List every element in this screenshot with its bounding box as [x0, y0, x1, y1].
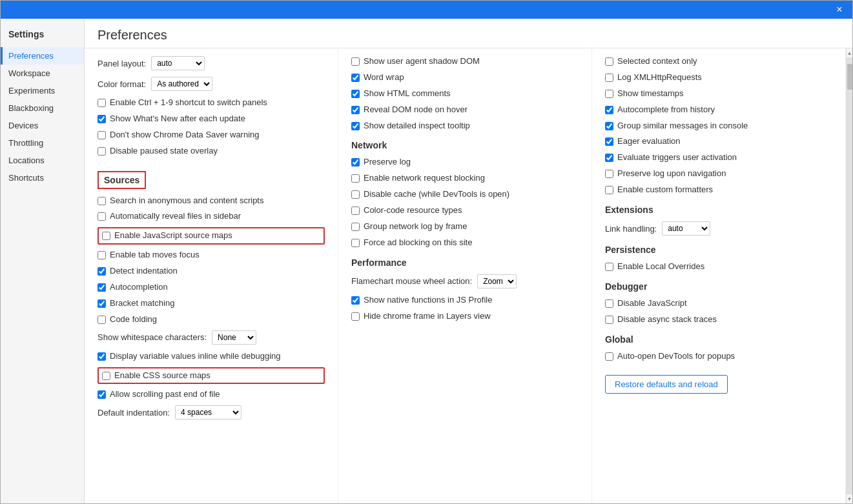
settings-col-2: Show user agent shadow DOM Word wrap Sho… [338, 48, 592, 503]
network-section-title: Network [351, 140, 579, 150]
link-handling-label: Link handling: [605, 224, 657, 234]
blockrequests-label: Enable network request blocking [364, 173, 485, 184]
flamechart-select[interactable]: Zoom Scroll [477, 274, 517, 288]
disableasync-checkbox[interactable] [605, 316, 613, 324]
nativefuncs-label: Show native functions in JS Profile [364, 295, 492, 306]
anon-checkbox[interactable] [98, 197, 106, 205]
reveal-checkbox[interactable] [98, 212, 106, 221]
eagerevaluation-checkbox[interactable] [605, 137, 613, 146]
nativefuncs-checkbox[interactable] [351, 296, 360, 305]
datasaver-checkbox[interactable] [98, 131, 106, 139]
sidebar-item-blackboxing[interactable]: Blackboxing [1, 99, 84, 117]
sidebar-item-preferences[interactable]: Preferences [1, 47, 84, 65]
evaltriggers-checkbox[interactable] [605, 154, 613, 162]
ctrl19-row: Enable Ctrl + 1-9 shortcut to switch pan… [98, 97, 325, 108]
scrollbar-thumb[interactable] [847, 64, 852, 90]
scrollbar-up-arrow[interactable]: ▲ [847, 48, 853, 57]
revealdom-checkbox[interactable] [351, 106, 360, 114]
settings-col-1: Panel layout: auto horizontal vertical C… [85, 48, 338, 503]
preservenav-label: Preserve log upon navigation [617, 168, 726, 179]
ctrl19-checkbox[interactable] [98, 99, 106, 107]
blockrequests-checkbox[interactable] [351, 174, 360, 183]
global-section-title: Global [605, 334, 832, 345]
scrollbar-down-arrow[interactable]: ▼ [847, 494, 853, 503]
indent-label: Detect indentation [110, 266, 178, 277]
panel-layout-select[interactable]: auto horizontal vertical [151, 56, 205, 70]
whitespace-row: Show whitespace characters: None All Tra… [98, 330, 325, 345]
sidebar-item-locations[interactable]: Locations [1, 152, 84, 169]
forcead-checkbox[interactable] [351, 239, 360, 247]
color-format-label: Color format: [98, 79, 146, 89]
chromelayers-checkbox[interactable] [351, 312, 360, 321]
groupsimilar-label: Group similar messages in console [617, 121, 748, 132]
paused-checkbox[interactable] [98, 147, 106, 156]
color-format-row: Color format: As authored HEX RGB HSL [98, 77, 325, 91]
page-title: Preferences [98, 28, 839, 43]
colorcode-checkbox[interactable] [351, 207, 360, 215]
sidebar-item-devices[interactable]: Devices [1, 117, 84, 134]
evaltriggers-row: Evaluate triggers user activation [605, 152, 832, 163]
inspecttip-checkbox[interactable] [351, 122, 360, 130]
disablecache-checkbox[interactable] [351, 190, 360, 199]
wordwrap-checkbox[interactable] [351, 74, 360, 82]
cssmaps-checkbox[interactable] [102, 372, 110, 380]
sidebar-item-experiments[interactable]: Experiments [1, 82, 84, 99]
disablecache-row: Disable cache (while DevTools is open) [351, 189, 579, 200]
bracket-checkbox[interactable] [98, 299, 106, 308]
preservelog-checkbox[interactable] [351, 158, 360, 166]
localoverrides-label: Enable Local Overrides [617, 261, 704, 272]
indent-checkbox[interactable] [98, 267, 106, 276]
eagerevaluation-row: Eager evaluation [605, 136, 832, 147]
preservenav-checkbox[interactable] [605, 170, 613, 178]
reveal-row: Automatically reveal files in sidebar [98, 211, 325, 222]
whitespace-select[interactable]: None All Trailing [212, 330, 256, 345]
link-handling-select[interactable]: auto frontend editor [662, 221, 710, 236]
restore-defaults-button[interactable]: Restore defaults and reload [605, 375, 728, 394]
chromelayers-label: Hide chrome frame in Layers view [364, 311, 491, 322]
localoverrides-checkbox[interactable] [605, 263, 613, 271]
jsmaps-checkbox[interactable] [102, 232, 110, 240]
groupnetwork-checkbox[interactable] [351, 223, 360, 231]
autocompletion-label: Autocompletion [110, 282, 168, 293]
sidebar-item-shortcuts[interactable]: Shortcuts [1, 169, 84, 186]
timestamps-checkbox[interactable] [605, 90, 613, 98]
wordwrap-row: Word wrap [351, 72, 579, 83]
autoopen-label: Auto-open DevTools for popups [617, 351, 735, 362]
color-format-select[interactable]: As authored HEX RGB HSL [151, 77, 212, 91]
default-indent-label: Default indentation: [98, 408, 170, 418]
bracket-label: Bracket matching [110, 298, 174, 309]
selectedctx-label: Selected context only [617, 56, 697, 67]
varvalues-checkbox[interactable] [98, 352, 106, 361]
logxml-checkbox[interactable] [605, 74, 613, 82]
autocomplete-checkbox[interactable] [605, 106, 613, 114]
tabfocus-label: Enable tab moves focus [110, 250, 200, 261]
sidebar-item-workspace[interactable]: Workspace [1, 65, 84, 82]
folding-row: Code folding [98, 314, 325, 325]
close-button[interactable]: × [832, 2, 847, 17]
varvalues-row: Display variable values inline while deb… [98, 351, 325, 362]
customformatter-checkbox[interactable] [605, 186, 613, 194]
datasaver-label: Don't show Chrome Data Saver warning [110, 130, 260, 141]
useragent-checkbox[interactable] [351, 57, 360, 66]
varvalues-label: Display variable values inline while deb… [110, 351, 281, 362]
scrollpast-label: Allow scrolling past end of file [110, 389, 220, 400]
reveal-label: Automatically reveal files in sidebar [110, 211, 241, 222]
whatsnew-label: Show What's New after each update [110, 114, 245, 125]
disableasync-label: Disable async stack traces [617, 314, 717, 325]
tabfocus-checkbox[interactable] [98, 251, 106, 259]
autocomplete-label: Autocomplete from history [617, 105, 715, 116]
whatsnew-checkbox[interactable] [98, 115, 106, 123]
groupsimilar-checkbox[interactable] [605, 122, 613, 130]
htmlcomments-checkbox[interactable] [351, 90, 360, 98]
selectedctx-checkbox[interactable] [605, 57, 613, 66]
sidebar-item-throttling[interactable]: Throttling [1, 134, 84, 152]
autoopen-checkbox[interactable] [605, 352, 613, 361]
autocompletion-checkbox[interactable] [98, 283, 106, 292]
folding-checkbox[interactable] [98, 316, 106, 324]
disablejs-checkbox[interactable] [605, 299, 613, 308]
logxml-row: Log XMLHttpRequests [605, 72, 832, 83]
default-indent-select[interactable]: 2 spaces 4 spaces 8 spaces Tab character [175, 405, 242, 419]
scrollpast-checkbox[interactable] [98, 390, 106, 399]
right-scrollbar: ▲ ▼ [846, 48, 852, 503]
inspecttip-row: Show detailed inspect tooltip [351, 121, 579, 132]
